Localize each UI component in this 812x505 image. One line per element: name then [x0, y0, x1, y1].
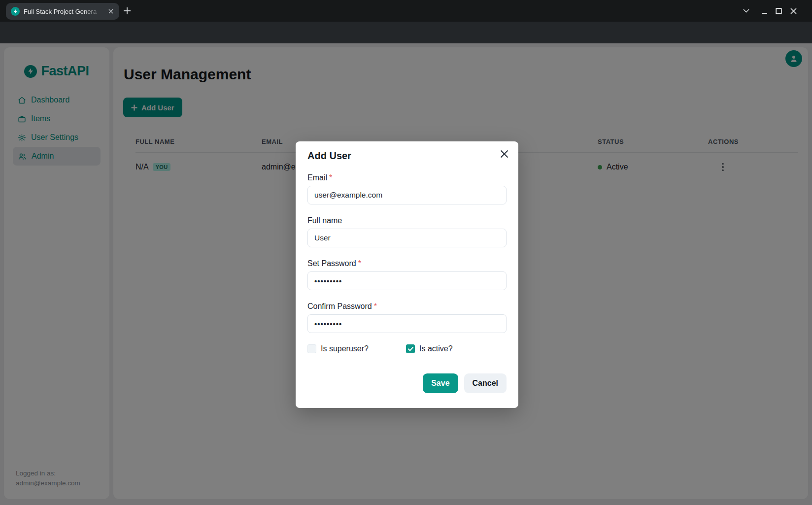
is-superuser-checkbox[interactable]: Is superuser?	[307, 344, 406, 353]
fastapi-favicon-icon	[11, 7, 20, 16]
cancel-button[interactable]: Cancel	[464, 373, 507, 393]
checkbox-checked-icon[interactable]	[406, 344, 415, 353]
window-close-button[interactable]	[787, 5, 799, 17]
window-maximize-button[interactable]	[773, 5, 784, 17]
email-field[interactable]	[307, 186, 507, 204]
confirm-password-label: Confirm Password*	[307, 301, 507, 312]
new-tab-button[interactable]	[122, 6, 132, 16]
save-button[interactable]: Save	[423, 373, 458, 393]
confirm-password-field[interactable]	[307, 314, 507, 333]
modal-close-button[interactable]	[497, 146, 511, 161]
browser-toolbar: i localhost/admin 1	[0, 22, 812, 43]
add-user-modal: Add User Email* Full name Set Password* …	[296, 141, 518, 408]
close-icon	[500, 150, 508, 158]
browser-tab-strip: Full Stack Project Genera	[0, 0, 812, 22]
tab-close-icon[interactable]	[106, 7, 115, 16]
tab-search-chevron-icon[interactable]	[740, 5, 752, 17]
set-password-label: Set Password*	[307, 258, 507, 269]
full-name-label: Full name	[307, 215, 507, 227]
checkbox-unchecked-icon[interactable]	[307, 344, 316, 353]
modal-title: Add User	[307, 150, 507, 162]
browser-tab[interactable]: Full Stack Project Genera	[6, 3, 119, 20]
tab-title: Full Stack Project Genera	[24, 8, 106, 15]
email-label: Email*	[307, 172, 507, 184]
set-password-field[interactable]	[307, 271, 507, 290]
is-active-checkbox[interactable]: Is active?	[406, 344, 453, 353]
full-name-field[interactable]	[307, 229, 507, 247]
window-minimize-button[interactable]	[758, 5, 770, 17]
